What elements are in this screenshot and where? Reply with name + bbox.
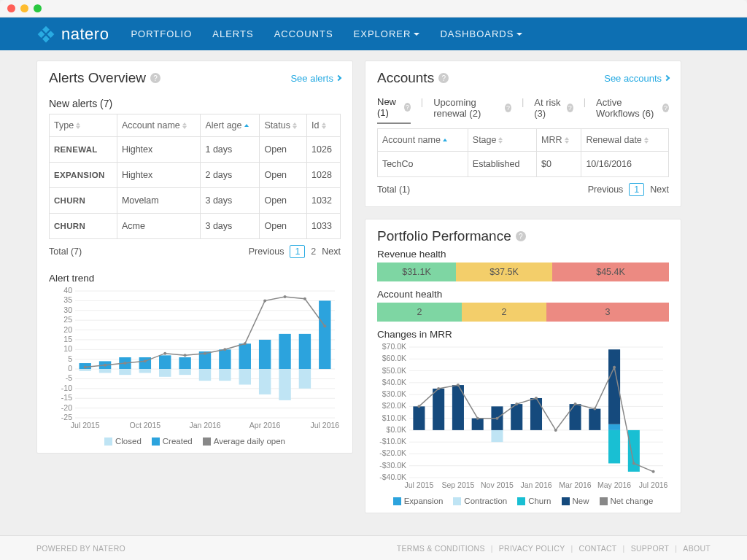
help-icon[interactable]: ? (150, 73, 160, 83)
help-icon: ? (662, 104, 669, 112)
svg-text:-$20.0K: -$20.0K (379, 448, 406, 457)
chevron-right-icon (664, 75, 670, 81)
nav-accounts[interactable]: ACCOUNTS (274, 28, 333, 39)
svg-text:$0.0K: $0.0K (387, 425, 406, 434)
see-alerts-link[interactable]: See alerts (290, 73, 341, 84)
svg-point-61 (144, 359, 147, 362)
svg-rect-46 (219, 349, 231, 369)
tab-new[interactable]: New (1)? (377, 96, 411, 124)
footer-contact[interactable]: CONTACT (579, 544, 617, 553)
col-id[interactable]: Id (307, 114, 341, 137)
help-icon[interactable]: ? (438, 73, 449, 83)
svg-text:-10: -10 (61, 384, 72, 392)
svg-rect-41 (159, 369, 171, 377)
svg-point-158 (535, 397, 538, 400)
col-account[interactable]: Account name (117, 114, 201, 137)
nav-explorer[interactable]: EXPLORER (354, 28, 420, 39)
account-green[interactable]: 2 (377, 303, 462, 322)
footer-powered: POWERED BY NATERO (36, 544, 125, 553)
svg-text:-20: -20 (61, 403, 72, 412)
nav-portfolio[interactable]: PORTFOLIO (131, 28, 192, 39)
footer-terms[interactable]: TERMS & CONDITIONS (397, 544, 485, 553)
svg-point-159 (554, 429, 557, 432)
svg-rect-103 (413, 406, 425, 430)
nav-alerts[interactable]: ALERTS (212, 28, 253, 39)
svg-point-63 (184, 354, 187, 357)
accounts-total: Total (1) (377, 184, 410, 195)
svg-point-162 (613, 366, 616, 369)
nav-dashboards[interactable]: DASHBOARDS (440, 28, 522, 39)
mrr-chart-title: Changes in MRR (377, 329, 669, 340)
svg-rect-123 (511, 404, 522, 430)
footer-support[interactable]: SUPPORT (631, 544, 670, 553)
svg-rect-127 (530, 398, 542, 430)
revenue-yellow[interactable]: $37.5K (456, 262, 552, 281)
footer-privacy[interactable]: PRIVACY POLICY (499, 544, 565, 553)
svg-rect-33 (79, 369, 90, 371)
svg-text:Jul 2015: Jul 2015 (71, 421, 100, 429)
alerts-next[interactable]: Next (322, 246, 341, 257)
accounts-page-1[interactable]: 1 (629, 183, 644, 196)
tab-atrisk[interactable]: At risk (3)? (534, 96, 573, 124)
chevron-right-icon (336, 75, 341, 81)
revenue-health-bar: $31.1K $37.5K $45.4K (377, 262, 669, 281)
zoom-window-icon[interactable] (34, 4, 42, 12)
accounts-tabs: New (1)? | Upcoming renewal (2)? | At ri… (365, 90, 681, 124)
svg-text:15: 15 (63, 335, 72, 343)
svg-point-65 (223, 348, 226, 351)
svg-rect-117 (491, 430, 503, 442)
table-row[interactable]: TechCoEstablished$010/16/2016 (378, 152, 669, 177)
mrr-legend: Expansion Contraction Churn New Net chan… (377, 497, 669, 505)
portfolio-performance-panel: Portfolio Performance? Revenue health $3… (365, 219, 681, 513)
col-type[interactable]: Type (50, 114, 117, 137)
col-stage[interactable]: Stage (468, 129, 536, 152)
tab-workflows[interactable]: Active Workflows (6)? (596, 96, 669, 124)
table-row[interactable]: CHURNAcme3 daysOpen1033 (50, 214, 341, 239)
col-mrr[interactable]: MRR (537, 129, 581, 152)
alert-trend-chart: -25-20-15-10-50510152025303540Jul 2015Oc… (49, 287, 341, 432)
see-accounts-link[interactable]: See accounts (604, 73, 669, 84)
tab-upcoming[interactable]: Upcoming renewal (2)? (433, 96, 511, 124)
svg-rect-52 (279, 334, 290, 369)
svg-rect-135 (570, 404, 581, 430)
svg-text:Jan 2016: Jan 2016 (520, 481, 551, 489)
svg-point-60 (123, 362, 126, 365)
alerts-overview-panel: Alerts Overview? See alerts New alerts (… (36, 61, 353, 454)
svg-point-155 (476, 417, 479, 420)
alerts-pager: Previous 1 2 Next (249, 245, 341, 258)
revenue-red[interactable]: $45.4K (552, 262, 669, 281)
account-red[interactable]: 3 (546, 303, 669, 322)
revenue-green[interactable]: $31.1K (377, 262, 456, 281)
help-icon: ? (505, 104, 511, 112)
account-health-bar: 2 2 3 (377, 303, 669, 322)
brand-name: natero (61, 25, 109, 44)
alerts-page-2[interactable]: 2 (311, 246, 316, 257)
alerts-page-1[interactable]: 1 (290, 245, 305, 258)
svg-rect-107 (433, 389, 444, 430)
svg-rect-48 (239, 343, 251, 369)
footer-about[interactable]: ABOUT (683, 544, 711, 553)
svg-text:Jan 2016: Jan 2016 (189, 421, 220, 429)
help-icon[interactable]: ? (516, 231, 526, 241)
chevron-down-icon (516, 33, 522, 36)
table-row[interactable]: RENEWALHightex1 daysOpen1026 (50, 137, 341, 163)
table-row[interactable]: EXPANSIONHightex2 daysOpen1028 (50, 163, 341, 188)
col-account[interactable]: Account name (378, 129, 468, 152)
alerts-prev[interactable]: Previous (249, 246, 285, 257)
svg-text:Nov 2015: Nov 2015 (481, 481, 514, 489)
svg-text:10: 10 (63, 344, 72, 353)
brand-logo[interactable]: natero (36, 25, 109, 44)
svg-text:-5: -5 (66, 373, 72, 382)
table-row[interactable]: CHURNMovelam3 daysOpen1032 (50, 188, 341, 214)
col-status[interactable]: Status (260, 114, 307, 137)
col-renewal[interactable]: Renewal date (581, 129, 669, 152)
natero-logo-icon (36, 25, 55, 44)
revenue-health-label: Revenue health (377, 249, 669, 260)
accounts-prev[interactable]: Previous (588, 184, 624, 195)
accounts-next[interactable]: Next (650, 184, 669, 195)
svg-text:May 2016: May 2016 (597, 481, 631, 489)
col-age[interactable]: Alert age (201, 114, 260, 137)
minimize-window-icon[interactable] (20, 4, 28, 12)
close-window-icon[interactable] (7, 4, 15, 12)
account-yellow[interactable]: 2 (462, 303, 546, 322)
